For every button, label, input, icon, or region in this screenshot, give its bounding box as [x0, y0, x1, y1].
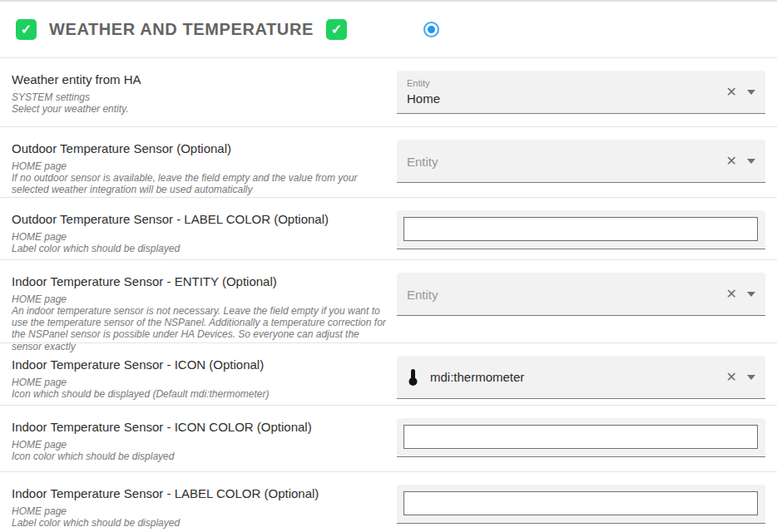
- row-context: HOME page: [12, 231, 388, 243]
- outdoor-label-color-field: [397, 210, 765, 249]
- indoor-icon-select[interactable]: mdi:thermometer ✕: [397, 356, 765, 399]
- settings-page: ✓ WEATHER AND TEMPERATURE ✓ Weather enti…: [0, 0, 777, 532]
- row-description: Icon which should be displayed (Default …: [12, 388, 388, 400]
- chevron-down-icon[interactable]: [747, 159, 755, 164]
- chevron-down-icon[interactable]: [747, 90, 755, 95]
- indoor-icon-color-field: [397, 418, 765, 457]
- indoor-icon-color-input[interactable]: [403, 425, 758, 449]
- row-description: Label color which should be displayed: [12, 517, 388, 529]
- row-description: Label color which should be displayed: [12, 243, 388, 254]
- field-value: mdi:thermometer: [430, 370, 524, 384]
- row-context: HOME page: [12, 439, 388, 451]
- row-outdoor-label-color: Outdoor Temperature Sensor - LABEL COLOR…: [0, 198, 777, 260]
- row-label-block: Indoor Temperature Sensor - ICON (Option…: [0, 343, 397, 405]
- section-radio-selected[interactable]: [423, 22, 439, 37]
- radio-dot-icon: [428, 26, 435, 33]
- section-header: ✓ WEATHER AND TEMPERATURE ✓: [0, 2, 777, 58]
- row-indoor-entity: Indoor Temperature Sensor - ENTITY (Opti…: [0, 260, 777, 343]
- row-label-block: Outdoor Temperature Sensor - LABEL COLOR…: [0, 198, 397, 259]
- clear-icon[interactable]: ✕: [726, 371, 737, 384]
- row-title: Outdoor Temperature Sensor - LABEL COLOR…: [12, 212, 388, 226]
- row-title: Indoor Temperature Sensor - ICON (Option…: [12, 357, 388, 372]
- check-icon: ✓: [21, 22, 32, 37]
- indoor-temp-entity-select[interactable]: Entity ✕: [397, 273, 765, 316]
- row-description: If no outdoor sensor is available, leave…: [12, 172, 388, 195]
- row-indoor-icon: Indoor Temperature Sensor - ICON (Option…: [0, 343, 777, 406]
- outdoor-temp-entity-select[interactable]: Entity ✕: [397, 140, 765, 183]
- row-description: Icon color which should be displayed: [12, 451, 388, 462]
- row-context: SYSTEM settings: [12, 91, 388, 103]
- field-placeholder: Entity: [407, 154, 438, 168]
- clear-icon[interactable]: ✕: [726, 86, 737, 99]
- field-label: Entity: [407, 78, 430, 88]
- row-indoor-icon-color: Indoor Temperature Sensor - ICON COLOR (…: [0, 406, 777, 472]
- row-indoor-label-color: Indoor Temperature Sensor - LABEL COLOR …: [0, 472, 777, 532]
- row-label-block: Weather entity from HA SYSTEM settings S…: [0, 58, 397, 126]
- row-context: HOME page: [12, 160, 388, 172]
- indoor-label-color-input[interactable]: [403, 491, 758, 515]
- clear-icon[interactable]: ✕: [726, 288, 737, 301]
- row-label-block: Indoor Temperature Sensor - LABEL COLOR …: [0, 472, 397, 532]
- row-outdoor-temp-sensor: Outdoor Temperature Sensor (Optional) HO…: [0, 127, 777, 198]
- row-label-block: Outdoor Temperature Sensor (Optional) HO…: [0, 127, 397, 197]
- row-description: Select your weather entity.: [12, 103, 388, 115]
- row-title: Outdoor Temperature Sensor (Optional): [12, 141, 388, 155]
- row-label-block: Indoor Temperature Sensor - ENTITY (Opti…: [0, 260, 397, 342]
- field-placeholder: Entity: [407, 287, 438, 301]
- row-context: HOME page: [12, 293, 388, 305]
- row-title: Indoor Temperature Sensor - ENTITY (Opti…: [12, 274, 388, 288]
- weather-entity-select[interactable]: Entity Home ✕: [397, 71, 765, 114]
- thermometer-icon: [407, 368, 419, 387]
- row-title: Indoor Temperature Sensor - LABEL COLOR …: [12, 486, 388, 500]
- chevron-down-icon[interactable]: [747, 292, 755, 297]
- page-title: WEATHER AND TEMPERATURE: [49, 20, 314, 39]
- section-confirm-checkbox[interactable]: ✓: [326, 19, 347, 40]
- field-value: Home: [407, 91, 440, 106]
- row-weather-entity: Weather entity from HA SYSTEM settings S…: [0, 58, 777, 127]
- outdoor-label-color-input[interactable]: [403, 217, 758, 241]
- clear-icon[interactable]: ✕: [726, 155, 737, 168]
- section-enabled-checkbox[interactable]: ✓: [16, 19, 37, 40]
- row-title: Indoor Temperature Sensor - ICON COLOR (…: [12, 420, 388, 434]
- row-title: Weather entity from HA: [12, 72, 388, 86]
- indoor-label-color-field: [397, 485, 765, 524]
- row-context: HOME page: [12, 377, 388, 388]
- chevron-down-icon[interactable]: [747, 375, 755, 380]
- row-label-block: Indoor Temperature Sensor - ICON COLOR (…: [0, 406, 397, 471]
- check-icon: ✓: [331, 22, 342, 37]
- row-context: HOME page: [12, 505, 388, 517]
